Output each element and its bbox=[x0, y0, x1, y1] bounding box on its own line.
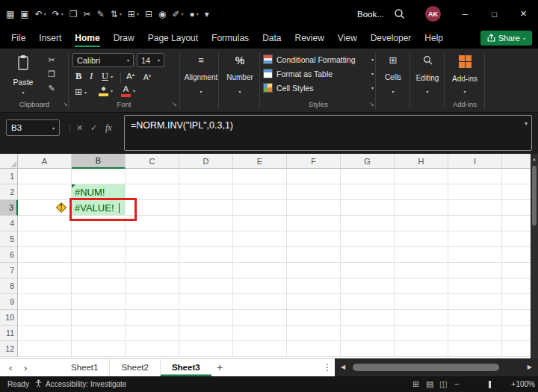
cell-C9[interactable] bbox=[126, 294, 179, 310]
expand-formula-bar-icon[interactable]: ▾ bbox=[525, 120, 528, 127]
row-header-3[interactable]: 3 bbox=[0, 200, 18, 216]
cell-G3[interactable] bbox=[341, 200, 395, 216]
cell-E6[interactable] bbox=[233, 247, 287, 263]
cell-E3[interactable] bbox=[233, 200, 287, 216]
format-as-table-button[interactable]: Format as Table▾ bbox=[263, 66, 374, 81]
cell-B6[interactable] bbox=[72, 247, 126, 263]
column-header-D[interactable]: D bbox=[179, 154, 233, 169]
cell-B11[interactable] bbox=[72, 326, 126, 341]
cell-B9[interactable] bbox=[72, 294, 126, 310]
cell-I9[interactable] bbox=[448, 294, 502, 310]
minimize-button[interactable]: ─ bbox=[451, 0, 480, 28]
alignment-button[interactable]: ≡ Alignment ▾ bbox=[184, 52, 218, 98]
cell-I3[interactable] bbox=[448, 200, 502, 216]
horizontal-scrollbar[interactable]: ◀ ▶ bbox=[335, 358, 538, 376]
print-icon[interactable]: ⊟ bbox=[142, 5, 155, 23]
font-name-select[interactable]: Calibri ▾ bbox=[72, 53, 134, 67]
cell-G9[interactable] bbox=[341, 294, 395, 310]
row-header-8[interactable]: 8 bbox=[0, 279, 18, 294]
cell-A3[interactable]: ! bbox=[18, 200, 72, 216]
zoom-percentage[interactable]: 100% bbox=[516, 376, 535, 392]
format-painter-icon[interactable]: ✎ bbox=[94, 5, 108, 23]
cell-H3[interactable] bbox=[395, 200, 448, 216]
column-header-H[interactable]: H bbox=[395, 154, 448, 169]
row-header-11[interactable]: 11 bbox=[0, 326, 18, 341]
account-avatar[interactable]: AK bbox=[425, 6, 441, 22]
column-header-B[interactable]: B bbox=[72, 154, 126, 169]
cut-icon[interactable]: ✂ bbox=[81, 5, 94, 23]
menu-tab-help[interactable]: Help bbox=[418, 28, 450, 49]
cell-G1[interactable] bbox=[341, 169, 395, 184]
cell-E1[interactable] bbox=[233, 169, 287, 184]
search-icon[interactable] bbox=[394, 8, 405, 19]
cell-G12[interactable] bbox=[341, 341, 395, 357]
cell-H5[interactable] bbox=[395, 231, 448, 247]
cell-F12[interactable] bbox=[287, 341, 341, 357]
cells-button[interactable]: ⊞ Cells ▾ bbox=[378, 52, 408, 98]
cell-D3[interactable] bbox=[179, 200, 233, 216]
cell-E10[interactable] bbox=[233, 310, 287, 326]
cell-D5[interactable] bbox=[179, 231, 233, 247]
row-header-2[interactable]: 2 bbox=[0, 184, 18, 200]
cell-D12[interactable] bbox=[179, 341, 233, 357]
cell-A11[interactable] bbox=[18, 326, 72, 341]
new-sheet-button[interactable]: + bbox=[217, 359, 223, 377]
scroll-right-icon[interactable]: ▶ bbox=[528, 358, 532, 376]
cell-A10[interactable] bbox=[18, 310, 72, 326]
cell-D1[interactable] bbox=[179, 169, 233, 184]
cell-G11[interactable] bbox=[341, 326, 395, 341]
cell-F9[interactable] bbox=[287, 294, 341, 310]
insert-function-icon[interactable]: fx bbox=[105, 119, 112, 136]
borders-button[interactable]: ⊞ ▾ bbox=[75, 87, 87, 97]
cell-F5[interactable] bbox=[287, 231, 341, 247]
cell-I11[interactable] bbox=[448, 326, 502, 341]
cell-F11[interactable] bbox=[287, 326, 341, 341]
conditional-formatting-button[interactable]: Conditional Formatting▾ bbox=[263, 52, 374, 66]
cell-I7[interactable] bbox=[448, 263, 502, 279]
cell-E8[interactable] bbox=[233, 279, 287, 294]
cell-A7[interactable] bbox=[18, 263, 72, 279]
font-size-select[interactable]: 14 ▾ bbox=[137, 53, 164, 67]
menu-tab-data[interactable]: Data bbox=[256, 28, 288, 49]
row-header-9[interactable]: 9 bbox=[0, 294, 18, 310]
cell-F3[interactable] bbox=[287, 200, 341, 216]
row-header-10[interactable]: 10 bbox=[0, 310, 18, 326]
row-header-12[interactable]: 12 bbox=[0, 341, 18, 357]
record-icon[interactable]: ●▾ bbox=[187, 5, 202, 23]
menu-tab-developer[interactable]: Developer bbox=[364, 28, 418, 49]
previous-sheet-icon[interactable]: ‹ bbox=[9, 359, 12, 377]
cell-F10[interactable] bbox=[287, 310, 341, 326]
row-header-7[interactable]: 7 bbox=[0, 263, 18, 279]
cell-I4[interactable] bbox=[448, 216, 502, 231]
cell-I5[interactable] bbox=[448, 231, 502, 247]
menu-tab-home[interactable]: Home bbox=[68, 28, 106, 49]
save-icon[interactable]: ▣ bbox=[17, 5, 31, 23]
column-header-E[interactable]: E bbox=[233, 154, 287, 169]
cell-C6[interactable] bbox=[126, 247, 179, 263]
copy-icon[interactable]: ❐ bbox=[67, 5, 81, 23]
cell-D9[interactable] bbox=[179, 294, 233, 310]
menu-tab-draw[interactable]: Draw bbox=[107, 28, 141, 49]
next-sheet-icon[interactable]: › bbox=[24, 359, 27, 377]
sort-filter-icon[interactable]: ⇅▾ bbox=[108, 5, 125, 23]
close-button[interactable]: ✕ bbox=[509, 0, 538, 28]
horizontal-scroll-thumb[interactable] bbox=[353, 364, 499, 371]
cell-D8[interactable] bbox=[179, 279, 233, 294]
more-commands-icon[interactable]: ▾ bbox=[202, 5, 212, 23]
cell-G6[interactable] bbox=[341, 247, 395, 263]
page-layout-view-icon[interactable]: ▤ bbox=[426, 376, 433, 392]
row-header-6[interactable]: 6 bbox=[0, 247, 18, 263]
cell-E12[interactable] bbox=[233, 341, 287, 357]
decrease-font-size-button[interactable]: A▾ bbox=[143, 73, 151, 81]
column-header-A[interactable]: A bbox=[18, 154, 72, 169]
cell-F6[interactable] bbox=[287, 247, 341, 263]
menu-tab-formulas[interactable]: Formulas bbox=[205, 28, 256, 49]
cell-E9[interactable] bbox=[233, 294, 287, 310]
cell-H2[interactable] bbox=[395, 184, 448, 200]
cell-C1[interactable] bbox=[126, 169, 179, 184]
cell-G5[interactable] bbox=[341, 231, 395, 247]
cell-A6[interactable] bbox=[18, 247, 72, 263]
cell-H11[interactable] bbox=[395, 326, 448, 341]
normal-view-icon[interactable]: ⊞ bbox=[412, 376, 419, 392]
menu-tab-view[interactable]: View bbox=[331, 28, 364, 49]
